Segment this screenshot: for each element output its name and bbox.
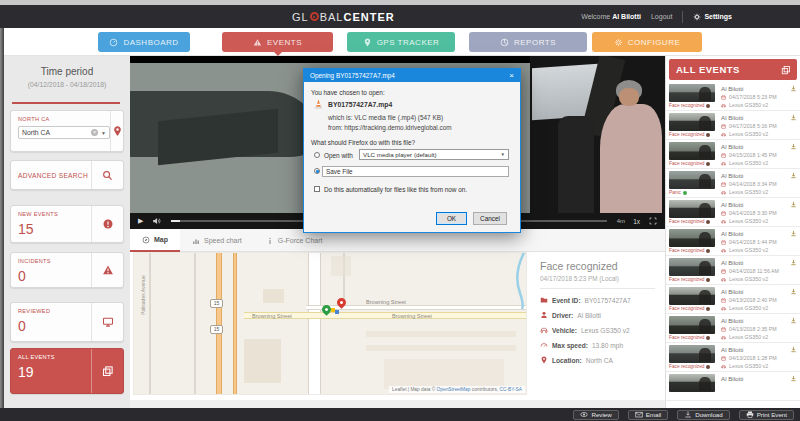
volume-icon[interactable] [152,217,161,225]
event-type-title: Face recognized [540,260,655,272]
download-icon[interactable] [790,375,797,382]
openstreetmap-link[interactable]: OpenStreetMap [437,387,471,392]
event-vehicle-row: Lexus GS350 v2 [721,247,768,253]
location-pin-icon [112,125,123,137]
event-tag-icon [706,104,710,108]
event-tag: Face recognized [669,132,710,137]
calendar-icon [721,298,726,303]
settings-link[interactable]: Settings [693,13,732,21]
do-automatically-checkbox[interactable] [314,186,320,192]
time-period-title: Time period [4,66,130,77]
event-list-item[interactable]: Face recognized Al Bilotti 04/14/2018 1:… [666,227,800,256]
nav-gps-tracker-button[interactable]: GPS TRACKER [347,32,455,52]
counter-new-events[interactable]: NEW EVENTS 15 [10,205,124,243]
download-icon[interactable] [790,143,797,150]
play-button[interactable]: ▶ [138,217,143,225]
route-shield-15: 15 [210,299,223,308]
nav-dashboard-button[interactable]: DASHBOARD [98,32,190,52]
open-with-radio[interactable] [314,152,320,158]
map-highway [233,253,237,395]
nav-configure-button[interactable]: CONFIGURE [592,32,702,52]
save-file-option[interactable]: Save File [322,166,509,177]
event-thumbnail[interactable] [669,142,715,160]
event-thumbnail[interactable] [669,113,715,131]
event-thumbnail[interactable] [669,258,715,276]
event-thumbnail[interactable] [669,316,715,334]
download-icon[interactable] [790,201,797,208]
tab-speed-chart[interactable]: Speed chart [180,229,254,252]
envelope-icon [635,411,643,418]
event-thumbnail[interactable] [669,345,715,363]
cancel-button[interactable]: Cancel [473,212,507,225]
counter-incidents[interactable]: INCIDENTS 0 [10,252,124,288]
event-list-item[interactable]: Face recognized Al Bilotti 04/14/2018 3:… [666,198,800,227]
event-thumbnail[interactable] [669,374,715,392]
gear-icon [693,13,701,21]
counter-reviewed[interactable]: REVIEWED 0 [10,302,124,342]
map-canvas[interactable]: 15 15 Browning Street Browning Street Br… [133,252,527,395]
download-icon[interactable] [790,85,797,92]
event-thumbnail[interactable] [669,171,715,189]
tab-map[interactable]: Map [130,229,180,252]
event-thumbnail[interactable] [669,287,715,305]
email-button[interactable]: Email [628,410,668,420]
event-list-item[interactable]: Face recognized Al Bilotti 04/17/2018 5:… [666,111,800,140]
event-list-item[interactable]: Face recognized Al Bilotti 04/17/2018 5:… [666,82,800,111]
search-button[interactable] [91,161,123,189]
event-list-item[interactable]: Al Bilotti [666,372,800,401]
event-list-item[interactable]: Face recognized Al Bilotti 04/13/2018 1:… [666,343,800,372]
advanced-search-card[interactable]: ADVANCED SEARCH [10,160,124,190]
logout-link[interactable]: Logout [651,13,672,20]
event-thumbnail[interactable] [669,84,715,102]
open-with-select[interactable]: VLC media player (default) ▼ [359,149,509,160]
event-vehicle-row: Lexus GS350 v2 [721,131,768,137]
region-select[interactable]: North CA × ▼ [18,126,110,139]
event-thumbnail[interactable] [669,200,715,218]
event-list-item[interactable]: Face recognized Al Bilotti 04/14/2018 11… [666,256,800,285]
close-icon[interactable]: × [509,71,514,80]
nav-reports-button[interactable]: REPORTS [469,32,587,52]
print-event-button[interactable]: Print Event [739,410,794,420]
download-icon[interactable] [790,230,797,237]
copy-stack-icon[interactable] [781,65,791,75]
fullscreen-icon[interactable] [649,217,657,225]
map-detail-panel: 15 15 Browning Street Browning Street Br… [130,252,665,400]
event-list-item[interactable]: Panic Al Bilotti 04/14/2018 3:34 PM Lexu… [666,169,800,198]
dialog-filename: BY01757427A7.mp4 [328,101,392,108]
event-list-item[interactable]: Face recognized Al Bilotti 04/13/2018 2:… [666,285,800,314]
divider [682,11,683,23]
download-icon[interactable] [790,172,797,179]
download-button[interactable]: Download [677,410,730,420]
event-list-item[interactable]: Face recognized Al Bilotti 04/15/2018 1:… [666,140,800,169]
download-icon[interactable] [790,317,797,324]
ok-button[interactable]: OK [436,212,467,225]
event-date-row: 04/15/2018 1:45 PM [721,152,777,158]
calendar-icon [721,269,726,274]
event-tag-icon [683,191,687,195]
map-building [384,359,504,389]
event-tag-icon [706,162,710,166]
download-icon[interactable] [790,346,797,353]
event-tag: Face recognized [669,306,710,311]
download-icon[interactable] [790,288,797,295]
counter-all-events[interactable]: ALL EVENTS 19 [10,348,124,394]
dialog-title-bar[interactable]: Opening BY01757427A7.mp4 × [304,69,520,82]
counter-label: INCIDENTS [18,258,91,264]
download-icon[interactable] [790,259,797,266]
event-thumbnail[interactable] [669,229,715,247]
event-list-item[interactable]: Face recognized Al Bilotti 04/13/2018 2:… [666,314,800,343]
save-file-radio[interactable] [314,168,320,174]
clear-selection-icon[interactable]: × [91,129,98,136]
action-bar: Review Email Download Print Event [0,408,800,421]
download-icon[interactable] [790,114,797,121]
review-button[interactable]: Review [573,410,618,420]
map-marker-blue[interactable] [335,310,339,314]
nav-events-button[interactable]: EVENTS [222,32,333,52]
warning-triangle-icon [102,264,114,276]
dialog-question: What should Firefox do with this file? [311,139,415,146]
detail-row-driver: Driver:Al Bilotti [540,311,655,319]
license-link[interactable]: CC-BY-SA [500,387,522,392]
playback-rate-button[interactable]: 1x [633,218,640,225]
speedometer-icon [540,341,548,349]
region-pin-button[interactable] [110,111,123,151]
